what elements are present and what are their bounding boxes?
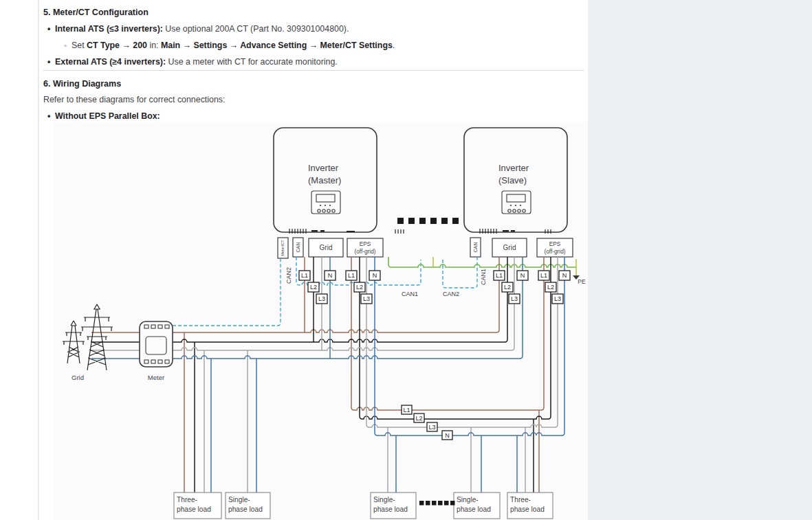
port-eps-master-label-2: (off-grid) <box>354 248 375 255</box>
can2-vertical-label: CAN2 <box>285 267 292 284</box>
label-l1: L1 <box>348 272 355 279</box>
port-eps-slave-label-1: EPS <box>549 240 561 247</box>
port-can-master-label: CAN <box>295 242 301 252</box>
display-button <box>322 210 325 212</box>
terminal-ticks <box>289 229 306 234</box>
label-l3: L3 <box>363 295 370 302</box>
label-l1: L1 <box>540 272 547 279</box>
grid-tower-large <box>81 304 113 370</box>
meter-terminal <box>144 360 149 363</box>
ellipsis-square <box>419 501 424 506</box>
label-l3: L3 <box>511 295 518 302</box>
ellipsis-square <box>430 218 437 224</box>
ellipsis-square <box>426 501 430 506</box>
content-panel: 5. Meter/CT Configuration • Internal ATS… <box>39 0 588 520</box>
label-l2: L2 <box>415 415 422 422</box>
display-screen <box>507 194 525 202</box>
ellipsis-square <box>438 501 443 506</box>
label-l3: L3 <box>318 295 325 302</box>
bullet-icon: • <box>47 24 50 34</box>
inverter-master-label-1: Inverter <box>308 163 339 173</box>
left-margin-pane <box>0 0 39 520</box>
utility-grid-icon: Grid <box>63 304 113 381</box>
wire-meter-comm <box>173 258 281 326</box>
load-boxes: Three- phase load Single- phase load Sin… <box>174 493 553 519</box>
inverter-master-label-2: (Master) <box>308 175 341 185</box>
load-label: phase load <box>510 506 545 513</box>
ellipsis-square <box>397 218 404 224</box>
wiring-diagram-svg: Inverter (Master) <box>54 122 588 520</box>
label-l1: L1 <box>301 272 308 279</box>
label-l2: L2 <box>504 284 511 291</box>
port-meter-ct-label: Meter/CT <box>281 240 285 256</box>
grid-caption: Grid <box>72 374 84 381</box>
label-n: N <box>562 272 567 279</box>
display-dot <box>320 205 321 206</box>
label-l1: L1 <box>496 272 503 279</box>
port-eps-slave-label-2: (off-grid) <box>544 248 565 255</box>
load-label: phase load <box>177 506 211 513</box>
pe-ground-wires: PE <box>388 257 586 285</box>
bullet-internal-ats-text: Internal ATS (≤3 inverters): Use optiona… <box>55 24 349 34</box>
display-dot <box>515 205 516 206</box>
display-dot <box>325 205 326 206</box>
label-n: N <box>328 272 333 279</box>
section-5-heading: 5. Meter/CT Configuration <box>43 8 149 17</box>
inverter-slave-label-2: (Slave) <box>498 175 527 185</box>
terminal-mark <box>311 230 318 232</box>
wire-pe-bus <box>388 257 576 267</box>
terminal-mark <box>503 230 509 232</box>
port-grid-slave-label: Grid <box>503 244 516 251</box>
load-label: phase load <box>457 506 491 513</box>
load-label: phase load <box>373 506 408 513</box>
meter-screen <box>146 337 166 354</box>
label-n: N <box>520 272 525 279</box>
display-button <box>508 210 511 212</box>
section-divider <box>43 70 584 71</box>
meter-caption: Meter <box>148 374 164 381</box>
inverter-slave-display <box>502 191 531 214</box>
display-button <box>513 210 516 212</box>
port-grid-master-label: Grid <box>320 244 333 251</box>
display-button <box>332 210 335 212</box>
label-l3: L3 <box>428 424 435 431</box>
bullet-external-ats-text: External ATS (≥4 inverters): Use a meter… <box>55 57 338 67</box>
inverter-master-terminals <box>289 229 404 234</box>
more-loads-ellipsis <box>419 501 455 506</box>
section-6-heading: 6. Wiring Diagrams <box>43 79 121 89</box>
ellipsis-square <box>419 218 426 224</box>
load-label: Single- <box>373 496 395 504</box>
wire-can-chain-1 <box>296 257 421 285</box>
ellipsis-square <box>408 218 415 224</box>
terminal-mark <box>347 231 355 232</box>
wiring-diagram-figure: Inverter (Master) <box>54 122 588 520</box>
ellipsis-square <box>444 501 449 506</box>
bullet-without-eps-text: Without EPS Parallel Box: <box>55 111 160 121</box>
inverter-slave-label-1: Inverter <box>498 163 529 173</box>
label-l3: L3 <box>554 295 561 302</box>
terminal-ticks <box>480 229 496 234</box>
ellipsis-square <box>432 501 437 506</box>
display-button <box>318 210 320 212</box>
display-dot <box>510 205 512 206</box>
terminal-ticks <box>395 229 404 234</box>
display-button <box>327 210 330 212</box>
bullet-icon: • <box>47 111 50 121</box>
terminal-mark <box>511 230 515 232</box>
terminal-mark <box>320 230 325 232</box>
can1-vertical-label: CAN1 <box>480 269 487 285</box>
label-l1: L1 <box>403 407 410 414</box>
label-n: N <box>373 272 377 279</box>
master-ports: Meter/CT CAN Grid EPS (off-grid) <box>278 238 383 258</box>
meter-terminal <box>151 360 155 363</box>
meter-terminal <box>144 325 149 328</box>
ellipsis-square <box>452 218 459 224</box>
label-l2: L2 <box>356 284 363 291</box>
inverter-master-display <box>311 191 340 214</box>
load-label: Single- <box>457 496 479 504</box>
display-dot <box>520 205 521 206</box>
wire-l3-grid-bus <box>173 257 514 350</box>
meter-terminal <box>151 325 155 328</box>
can2-label: CAN2 <box>443 291 459 297</box>
energy-meter-icon: Meter <box>140 321 173 381</box>
